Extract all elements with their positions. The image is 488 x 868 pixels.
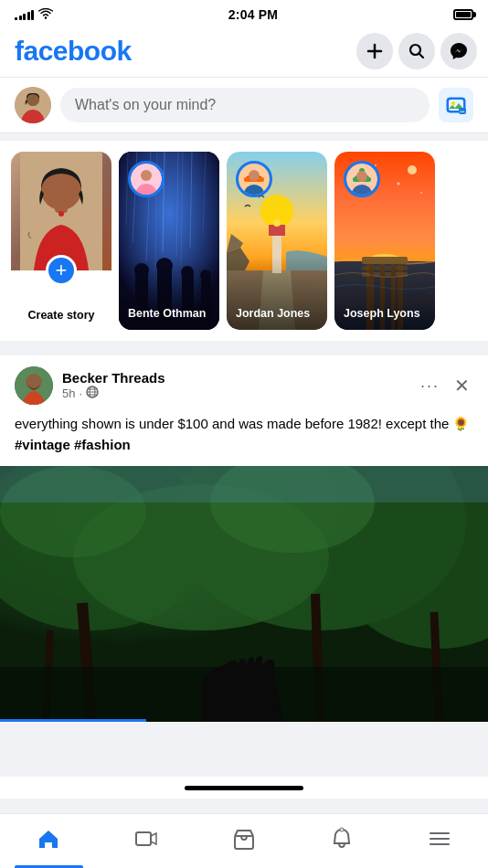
bottom-nav: [0, 813, 488, 868]
nav-item-menu[interactable]: [390, 814, 488, 868]
signal-bar-5: [31, 10, 34, 20]
signal-bar-1: [15, 17, 17, 20]
jordan-avatar-ring: [236, 161, 272, 197]
jordan-avatar-svg: [239, 164, 270, 195]
post-options-button[interactable]: ···: [417, 373, 443, 399]
joseph-avatar-ring: [344, 161, 380, 197]
messenger-button[interactable]: [440, 33, 477, 69]
signal-bars-icon: [15, 9, 34, 20]
post-input[interactable]: What's on your mind?: [60, 88, 430, 122]
messenger-icon: [450, 42, 468, 60]
wifi-icon: [38, 8, 53, 22]
post-time-row: 5h ·: [62, 386, 165, 401]
story-card-bente[interactable]: Bente Othman: [119, 152, 219, 330]
photo-icon: [446, 95, 466, 115]
bente-avatar-svg: [131, 164, 162, 195]
stories-section: + Create story: [0, 141, 488, 341]
svg-line-4: [419, 54, 424, 58]
post-author-info: Becker Threads 5h ·: [15, 366, 165, 405]
header-actions: [356, 33, 477, 69]
plus-icon: [366, 43, 383, 59]
svg-point-37: [141, 170, 152, 181]
post-time: 5h: [62, 386, 75, 400]
status-left: [15, 8, 53, 22]
feed-post: Becker Threads 5h ·: [0, 355, 488, 722]
bell-icon: [330, 827, 354, 856]
user-avatar: [15, 87, 51, 123]
photo-video-button[interactable]: [439, 88, 473, 122]
create-story-user-avatar: [20, 152, 102, 270]
marketplace-svg-icon: [232, 827, 256, 851]
section-divider: [0, 133, 488, 141]
becker-threads-avatar: [15, 366, 53, 405]
post-author-avatar[interactable]: [15, 366, 53, 405]
post-meta: Becker Threads 5h ·: [62, 370, 165, 401]
joseph-avatar-img: [346, 164, 377, 195]
create-story-card[interactable]: + Create story: [11, 152, 111, 330]
svg-point-46: [249, 170, 260, 181]
svg-rect-88: [136, 832, 151, 845]
globe-icon-svg: [86, 386, 99, 398]
post-image: [0, 466, 488, 722]
bente-name: Bente Othman: [128, 306, 210, 321]
bente-avatar-ring: [128, 161, 164, 197]
nav-item-home[interactable]: [0, 814, 98, 868]
facebook-logo: facebook: [15, 36, 132, 67]
svg-point-11: [451, 101, 455, 105]
feed-divider: [0, 341, 488, 348]
post-avatar-image: [15, 366, 53, 405]
svg-point-61: [398, 183, 400, 185]
search-button[interactable]: [398, 33, 435, 69]
status-time: 2:04 PM: [228, 7, 278, 22]
svg-point-62: [420, 192, 422, 194]
app-header: facebook: [0, 26, 488, 77]
post-header-actions: ··· ✕: [417, 371, 473, 400]
svg-point-16: [58, 211, 64, 217]
home-bar: [185, 786, 303, 790]
post-image-svg: [0, 466, 488, 722]
joseph-avatar-svg: [346, 164, 377, 195]
create-story-label: Create story: [11, 308, 111, 323]
story-progress-bar: [0, 719, 146, 722]
nav-item-marketplace[interactable]: [196, 814, 293, 868]
joseph-name: Joseph Lyons: [344, 306, 426, 321]
post-content: everything shown is under $100 and was m…: [0, 405, 488, 466]
create-story-bottom: + Create story: [11, 270, 111, 330]
svg-point-58: [408, 165, 417, 175]
post-hashtags: #vintage #fashion: [15, 437, 131, 452]
svg-point-43: [273, 219, 281, 227]
post-author-name: Becker Threads: [62, 370, 165, 386]
bottom-spacer: [0, 722, 488, 777]
search-icon: [408, 43, 425, 59]
home-svg-icon: [37, 827, 60, 851]
jordan-avatar-img: [239, 164, 270, 195]
signal-bar-4: [27, 12, 30, 20]
post-box: What's on your mind?: [0, 77, 488, 133]
svg-point-68: [26, 374, 42, 390]
stories-row: + Create story: [11, 152, 477, 330]
privacy-icon: [86, 386, 99, 401]
svg-point-66: [356, 171, 367, 182]
nav-item-notifications[interactable]: [292, 814, 390, 868]
story-card-jordan[interactable]: Jordan Jones: [227, 152, 327, 330]
status-bar: 2:04 PM: [0, 0, 488, 26]
nav-item-video[interactable]: [98, 814, 196, 868]
menu-icon: [428, 827, 451, 856]
add-button[interactable]: [356, 33, 393, 69]
create-story-avatar: [11, 152, 111, 270]
signal-bar-3: [23, 14, 26, 20]
status-right: [453, 9, 473, 20]
story-card-joseph[interactable]: Joseph Lyons: [334, 152, 435, 330]
battery-icon: [453, 9, 473, 20]
svg-rect-89: [235, 836, 253, 849]
svg-point-90: [340, 828, 344, 831]
menu-svg-icon: [428, 827, 451, 851]
user-avatar-svg: [15, 87, 51, 123]
post-close-button[interactable]: ✕: [451, 371, 473, 400]
home-indicator: [0, 777, 488, 799]
video-svg-icon: [134, 827, 158, 851]
user-avatar-image: [15, 87, 51, 123]
marketplace-icon: [232, 827, 256, 856]
svg-point-0: [45, 16, 47, 18]
time-dot: ·: [79, 386, 82, 400]
